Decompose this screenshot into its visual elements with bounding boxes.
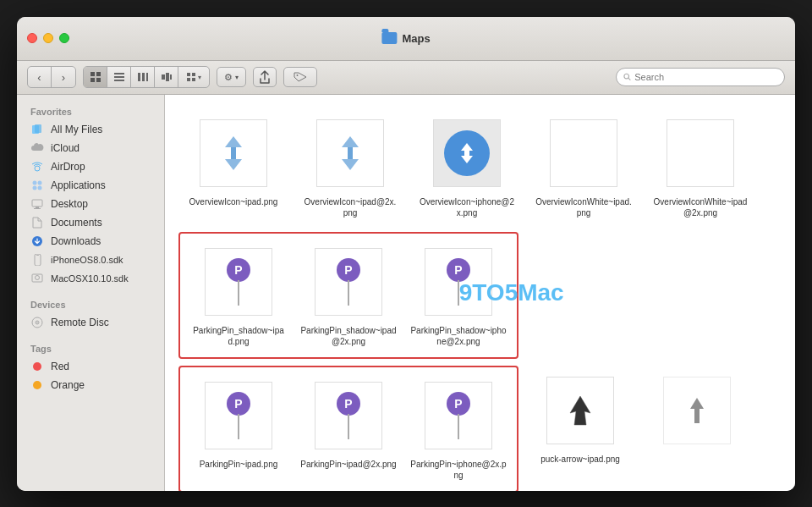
close-button[interactable] — [27, 33, 37, 43]
sidebar-item-macosx[interactable]: MacOSX10.10.sdk — [17, 269, 164, 288]
pin-stick — [238, 414, 239, 439]
svg-rect-31 — [35, 254, 41, 266]
finder-window: Maps ‹ › ▾ ⚙ — [17, 17, 795, 491]
sidebar-item-remote-disc[interactable]: Remote Disc — [17, 313, 164, 332]
svg-line-19 — [628, 78, 630, 80]
share-button[interactable] — [253, 67, 277, 87]
svg-point-34 — [36, 275, 40, 279]
sidebar-item-label: Downloads — [51, 235, 101, 247]
cloud-icon — [30, 141, 44, 155]
svg-rect-8 — [142, 73, 145, 81]
svg-point-26 — [38, 185, 42, 190]
sidebar-item-desktop[interactable]: Desktop — [17, 195, 164, 213]
file-thumbnail — [659, 372, 735, 449]
sidebar-item-label: Documents — [51, 217, 102, 229]
file-thumbnail: P — [420, 377, 497, 454]
svg-rect-15 — [187, 78, 190, 81]
sidebar-item-orange-tag[interactable]: Orange — [17, 376, 164, 394]
red-tag-icon — [30, 360, 44, 373]
sdk-icon2 — [30, 272, 44, 285]
svg-point-37 — [36, 322, 38, 323]
svg-rect-6 — [114, 80, 124, 81]
view-coverflow-button[interactable] — [155, 67, 178, 87]
minimize-button[interactable] — [43, 33, 53, 43]
pin-stick — [238, 280, 239, 306]
tag-button[interactable] — [283, 67, 317, 87]
parking-pin-icon: P — [227, 258, 250, 282]
sidebar-item-all-my-files[interactable]: All My Files — [17, 120, 164, 139]
svg-rect-29 — [34, 208, 41, 209]
parking-pin-icon: P — [227, 392, 250, 416]
file-name: ParkingPin_shadow~ipad.png — [190, 325, 287, 347]
search-input[interactable] — [634, 72, 777, 82]
titlebar: Maps — [17, 17, 795, 61]
file-item-f1[interactable]: OverviewIcon~ipad.png — [178, 108, 288, 225]
sidebar-item-airdrop[interactable]: AirDrop — [17, 157, 164, 176]
svg-rect-10 — [162, 74, 165, 80]
sidebar-item-label: iCloud — [51, 142, 80, 154]
sidebar-item-label: AirDrop — [51, 161, 85, 173]
svg-rect-21 — [35, 124, 41, 133]
sidebar-item-downloads[interactable]: Downloads — [17, 232, 164, 251]
search-icon — [623, 73, 631, 81]
view-columns-button[interactable] — [131, 67, 155, 87]
file-item-f11[interactable]: P ParkingPin~iphone@2x.png — [403, 371, 513, 488]
forward-button[interactable]: › — [52, 67, 75, 87]
file-thumbnail: P — [200, 377, 277, 454]
sdk-icon — [30, 253, 44, 267]
file-item-f13[interactable] — [642, 366, 752, 491]
svg-rect-16 — [192, 78, 195, 81]
view-icon-button[interactable] — [84, 67, 107, 87]
file-item-f9[interactable]: P ParkingPin~ipad.png — [184, 371, 294, 488]
svg-rect-1 — [96, 72, 101, 76]
selection-group-2: P ParkingPin~ipad.png P — [178, 366, 518, 491]
sidebar-item-iphoneos[interactable]: iPhoneOS8.0.sdk — [17, 251, 164, 269]
airdrop-icon — [30, 160, 44, 174]
file-item-f5[interactable]: OverviewIconWhite~ipad@2x.png — [645, 108, 755, 225]
file-item-f7[interactable]: P ParkingPin_shadow~ipad@2x.png — [294, 237, 403, 354]
file-item-f2[interactable]: OverviewIcon~ipad@2x.png — [295, 108, 405, 225]
file-name: puck-arrow~ipad.png — [540, 454, 620, 465]
svg-rect-11 — [166, 73, 169, 81]
maximize-button[interactable] — [59, 33, 69, 43]
sidebar-item-red-tag[interactable]: Red — [17, 357, 164, 376]
file-name: ParkingPin_shadow~iphone@2x.png — [410, 325, 507, 347]
file-item-f12[interactable]: puck-arrow~ipad.png — [525, 366, 635, 491]
file-name: OverviewIconWhite~ipad.png — [535, 196, 632, 218]
svg-point-17 — [297, 74, 299, 76]
file-name: ParkingPin~ipad@2x.png — [300, 459, 396, 470]
svg-rect-4 — [114, 73, 124, 74]
files-icon — [30, 123, 44, 136]
file-thumbnail — [546, 115, 622, 191]
file-thumbnail — [429, 115, 505, 191]
file-item-f10[interactable]: P ParkingPin~ipad@2x.png — [294, 371, 403, 488]
sidebar-item-icloud[interactable]: iCloud — [17, 139, 164, 157]
view-arrange-button[interactable]: ▾ — [178, 67, 209, 87]
sidebar-item-applications[interactable]: Applications — [17, 176, 164, 195]
orange-tag-icon — [30, 378, 44, 392]
file-item-f4[interactable]: OverviewIconWhite~ipad.png — [529, 108, 639, 225]
action-button[interactable]: ⚙ ▾ — [217, 67, 246, 87]
view-list-button[interactable] — [107, 67, 131, 87]
file-item-f8[interactable]: P ParkingPin_shadow~iphone@2x.png — [403, 237, 513, 354]
file-thumbnail: P — [310, 377, 387, 454]
file-name: ParkingPin_shadow~ipad@2x.png — [300, 325, 397, 347]
svg-point-24 — [38, 180, 42, 185]
sidebar-item-documents[interactable]: Documents — [17, 213, 164, 232]
downloads-icon — [30, 234, 44, 248]
svg-rect-27 — [32, 200, 42, 207]
file-thumbnail: P — [200, 244, 277, 320]
svg-rect-7 — [138, 73, 140, 81]
file-name: OverviewIcon~ipad.png — [189, 196, 278, 207]
file-item-f3[interactable]: OverviewIcon~iphone@2x.png — [412, 108, 522, 225]
back-button[interactable]: ‹ — [28, 67, 52, 87]
devices-section-title: Devices — [17, 295, 164, 313]
disc-icon — [30, 316, 44, 329]
file-thumbnail: P — [310, 244, 387, 320]
file-item-f6[interactable]: P ParkingPin_shadow~ipad.png — [184, 237, 294, 354]
search-box[interactable] — [616, 68, 785, 86]
svg-rect-12 — [170, 74, 172, 80]
sidebar-item-label: MacOSX10.10.sdk — [51, 273, 129, 284]
svg-point-18 — [624, 74, 629, 79]
nav-buttons: ‹ › — [27, 66, 76, 88]
